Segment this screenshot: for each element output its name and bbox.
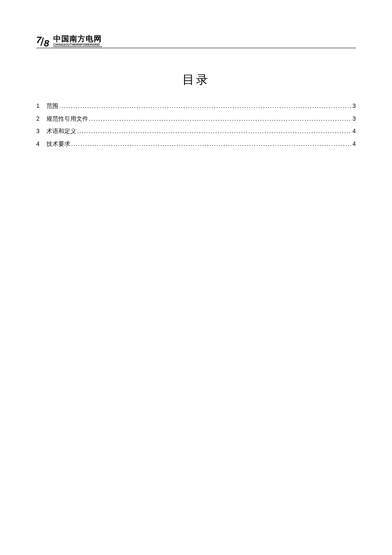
toc-leader-dots — [76, 125, 352, 138]
toc-heading: 目录 — [36, 72, 356, 88]
toc-entry-number: 3 — [36, 125, 46, 137]
toc-entry-page: 4 — [352, 138, 356, 150]
toc-entry-page: 3 — [352, 100, 356, 112]
toc-entry-number: 4 — [36, 138, 46, 150]
logo-chinese-name: 中国南方电网 — [53, 35, 102, 43]
toc-leader-dots — [70, 138, 352, 151]
toc-entry-label: 术语和定义 — [46, 125, 76, 138]
table-of-contents: 1 范围 3 2 规范性引用文件 3 3 术语和定义 4 4 技术要求 4 — [36, 100, 356, 151]
toc-entry-page: 3 — [352, 113, 356, 125]
toc-entry-page: 4 — [352, 125, 356, 137]
logo-slash: / — [41, 35, 43, 49]
toc-entry: 2 规范性引用文件 3 — [36, 113, 356, 125]
toc-entry-label: 范围 — [46, 100, 58, 113]
toc-entry: 4 技术要求 4 — [36, 138, 356, 151]
logo-mark-icon: 7 / 8 — [36, 35, 52, 46]
toc-entry: 1 范围 3 — [36, 100, 356, 113]
logo-english-name: CHINASOUTHERNPOWERGRID — [53, 43, 102, 47]
toc-entry-number: 2 — [36, 113, 46, 125]
company-logo: 7 / 8 中国南方电网 CHINASOUTHERNPOWERGRID — [36, 35, 102, 47]
toc-entry: 3 术语和定义 4 — [36, 125, 356, 138]
toc-leader-dots — [88, 113, 352, 125]
logo-digit-top: 7 — [36, 35, 41, 46]
toc-entry-label: 规范性引用文件 — [46, 113, 88, 125]
toc-entry-number: 1 — [36, 100, 46, 112]
page-header: 7 / 8 中国南方电网 CHINASOUTHERNPOWERGRID — [36, 35, 356, 48]
document-page: 7 / 8 中国南方电网 CHINASOUTHERNPOWERGRID 目录 1… — [0, 0, 392, 151]
logo-digit-bottom: 8 — [44, 38, 49, 49]
toc-entry-label: 技术要求 — [46, 138, 70, 151]
logo-text-block: 中国南方电网 CHINASOUTHERNPOWERGRID — [53, 35, 102, 47]
toc-leader-dots — [58, 100, 352, 113]
